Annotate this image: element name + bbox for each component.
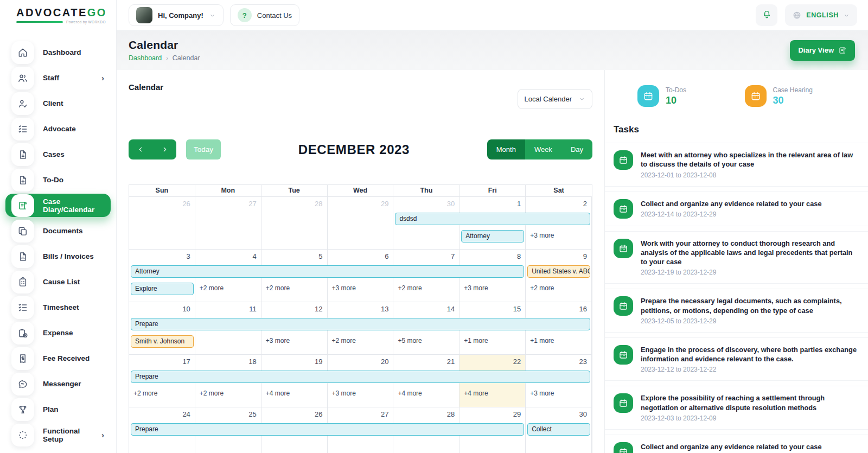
more-events-link[interactable]: +1 more [530,337,554,344]
calendar-event[interactable]: Explore [131,283,194,295]
sidebar-item-case-diary-calendar[interactable]: Case Diary/Calendar [5,194,111,217]
calendar-month-title: DECEMBER 2023 [221,142,487,157]
more-events-link[interactable]: +4 more [398,390,422,397]
calendar-event[interactable]: Prepare [131,318,590,330]
more-events-link[interactable]: +3 more [464,284,488,292]
more-events-link[interactable]: +4 more [464,390,488,397]
contact-us-button[interactable]: Contact Us [230,4,299,26]
diary-view-button[interactable]: Diary View [790,40,855,61]
sidebar-item-advocate[interactable]: Advocate [5,117,111,141]
sidebar-item-label: Staff [43,74,59,82]
view-week-button[interactable]: Week [525,139,561,159]
more-events-link[interactable]: +2 more [530,284,554,292]
task-item[interactable]: Work with your attorney to conduct thoro… [605,231,868,284]
user-menu[interactable]: Hi, Company! [129,4,224,26]
stat-case-hearing: Case Hearing30 [745,85,852,107]
app-logo[interactable]: ADVOCATEGO Powered by WORKDO [0,0,116,31]
more-events-link[interactable]: +3 more [332,284,356,292]
sidebar-item-plan[interactable]: Plan [5,398,111,421]
tasks-title: Tasks [605,120,868,143]
task-dates: 2023-12-14 to 2023-12-29 [641,210,822,218]
sidebar-item-functional-setup[interactable]: Functional Setup› [5,423,111,446]
calendar-week-row: 10111213141516PrepareSmith v. Johnson+3 … [129,302,592,355]
task-item[interactable]: Meet with an attorney who specializes in… [605,143,868,187]
notifications-button[interactable] [756,4,777,26]
prev-month-button[interactable] [129,139,152,159]
sidebar-item-dashboard[interactable]: Dashboard [5,41,111,64]
dots-icon [11,424,34,446]
language-selector[interactable]: ENGLISH [785,4,857,26]
more-events-link[interactable]: +4 more [266,390,290,397]
more-events-link[interactable]: +3 more [530,390,554,397]
sidebar-item-documents[interactable]: Documents [5,219,111,243]
sidebar-item-client[interactable]: Client [5,92,111,115]
more-events-link[interactable]: +3 more [530,232,554,239]
calendar-event[interactable]: United States v. ABC [527,265,590,278]
task-item[interactable]: Prepare the necessary legal documents, s… [605,289,868,333]
sidebar-item-messenger[interactable]: Messenger [5,372,111,395]
more-events-link[interactable]: +2 more [200,390,224,397]
more-events-link[interactable]: +2 more [398,284,422,292]
content: Calendar Local Calender Today DECEMBER 2… [117,70,868,453]
sidebar-item-fee-received[interactable]: Fee Received [5,347,111,370]
logo-sub: Powered by WORKDO [16,20,116,24]
calendar-event[interactable]: Collect [527,423,590,436]
more-events-link[interactable]: +3 more [332,390,356,397]
sidebar-item-bills-invoices[interactable]: Bills / Invoices [5,245,111,268]
task-item[interactable]: Collect and organize any evidence relate… [605,435,868,453]
globe-icon [792,10,802,20]
task-item[interactable]: Engage in the process of discovery, wher… [605,337,868,381]
contact-us-label: Contact Us [257,11,292,20]
more-events-link[interactable]: +5 more [398,337,422,344]
calendar-event[interactable]: dsdsd [395,213,590,225]
more-events-link[interactable]: +3 more [266,337,290,344]
task-title: Work with your attorney to conduct thoro… [641,239,859,267]
calendar-source-select[interactable]: Local Calender [518,89,592,109]
sidebar-item-staff[interactable]: Staff› [5,66,111,90]
copy-icon [11,220,34,243]
calendar-grid: SunMonTueWedThuFriSat 262728293012dsdsdA… [129,184,592,453]
today-button[interactable]: Today [186,139,221,159]
stat-value: 30 [773,95,813,106]
sidebar-item-cause-list[interactable]: Cause List [5,270,111,294]
task-text: Meet with an attorney who specializes in… [641,150,859,179]
sidebar-item-cases[interactable]: Cases [5,143,111,166]
calendar-icon [614,442,633,453]
calendar-card-title: Calendar [129,81,163,92]
calendar-event[interactable]: Prepare [131,423,524,436]
day-cell[interactable]: 26 [129,197,195,249]
day-cell[interactable]: 29 [328,197,394,249]
breadcrumb-dashboard-link[interactable]: Dashboard [129,54,162,62]
trophy-icon [11,398,34,421]
task-text: Explore the possibility of reaching a se… [641,393,859,422]
more-events-link[interactable]: +2 more [133,390,157,397]
sidebar-item-timesheet[interactable]: Timesheet [5,296,111,319]
sidebar-item-to-do[interactable]: To-Do [5,168,111,192]
calendar-event[interactable]: Prepare [131,371,590,383]
more-events-link[interactable]: +1 more [464,337,488,344]
task-title: Prepare the necessary legal documents, s… [641,296,859,315]
next-month-button[interactable] [152,139,176,159]
calendar-event[interactable]: Attorney [131,265,524,278]
right-panel: To-Dos10Case Hearing30 Tasks Meet with a… [605,70,868,453]
sidebar-item-expense[interactable]: Expense [5,321,111,344]
sidebar-item-label: Timesheet [43,303,79,311]
day-cell[interactable]: 27 [195,197,261,249]
calendar-week-row: 262728293012dsdsdAttorney+3 more [129,197,592,250]
sidebar-item-label: Cause List [43,278,80,286]
day-cell[interactable]: 28 [261,197,328,249]
view-month-button[interactable]: Month [487,139,525,159]
more-events-link[interactable]: +2 more [332,337,356,344]
sidebar-item-label: Dashboard [43,48,81,56]
user-check-icon [11,92,34,115]
view-day-button[interactable]: Day [561,139,592,159]
more-events-link[interactable]: +2 more [266,284,290,292]
stat-value: 10 [666,95,686,106]
calendar-event[interactable]: Smith v. Johnson [131,335,194,348]
greeting-text: Hi, Company! [158,11,203,20]
task-item[interactable]: Explore the possibility of reaching a se… [605,386,868,430]
more-events-link[interactable]: +2 more [200,284,224,292]
task-item[interactable]: Collect and organize any evidence relate… [605,192,868,226]
main-area: Hi, Company! Contact Us ENGLISH Ca [117,0,868,453]
calendar-event[interactable]: Attorney [461,230,524,243]
